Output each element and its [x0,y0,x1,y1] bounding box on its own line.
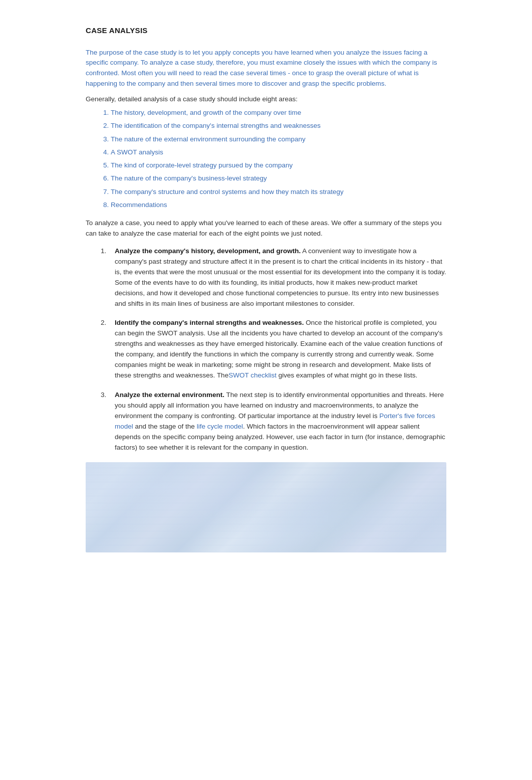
list-item: A SWOT analysis [111,147,446,157]
detail-item-1-content: Analyze the company's history, developme… [115,246,446,309]
list-item: The company's structure and control syst… [111,187,446,197]
summary-paragraph: To analyze a case, you need to apply wha… [86,218,446,239]
intro-paragraph: The purpose of the case study is to let … [86,48,446,90]
list-item: Recommendations [111,200,446,210]
detail-list: 1. Analyze the company's history, develo… [101,246,446,453]
detail-item-1: 1. Analyze the company's history, develo… [101,246,446,309]
eight-areas-list: The history, development, and growth of … [111,108,446,210]
list-item: The identification of the company's inte… [111,121,446,131]
page-container: CASE ANALYSIS The purpose of the case st… [51,0,481,582]
detail-item-3-content: Analyze the external environment. The ne… [115,390,446,453]
list-item: The nature of the external environment s… [111,134,446,144]
list-item: The nature of the company's business-lev… [111,173,446,183]
detail-item-1-rest: A convenient way to investigate how a co… [115,247,446,307]
life-cycle-model-link[interactable]: life cycle model [197,423,243,430]
detail-item-2-after-link: gives examples of what might go in these… [277,371,417,379]
detail-item-3: 3. Analyze the external environment. The… [101,390,446,453]
detail-item-1-num: 1. [101,246,110,309]
detail-item-2-bold: Identify the company's internal strength… [115,319,304,326]
detail-item-3-num: 3. [101,390,110,453]
detail-item-2: 2. Identify the company's internal stren… [101,318,446,381]
detail-item-2-num: 2. [101,318,110,381]
detail-item-2-content: Identify the company's internal strength… [115,318,446,381]
detail-item-3-middle: and the stage of the [133,423,197,430]
swot-checklist-link[interactable]: SWOT checklist [228,371,277,379]
detail-item-2-rest: Once the historical profile is completed… [115,319,442,379]
page-title: CASE ANALYSIS [86,25,446,37]
detail-item-1-bold: Analyze the company's history, developme… [115,247,301,255]
eight-areas-label: Generally, detailed analysis of a case s… [86,94,446,105]
list-item: The history, development, and growth of … [111,108,446,118]
blurred-content-section [86,462,446,552]
detail-item-3-bold: Analyze the external environment. [115,391,224,399]
list-item: The kind of corporate-level strategy pur… [111,160,446,170]
